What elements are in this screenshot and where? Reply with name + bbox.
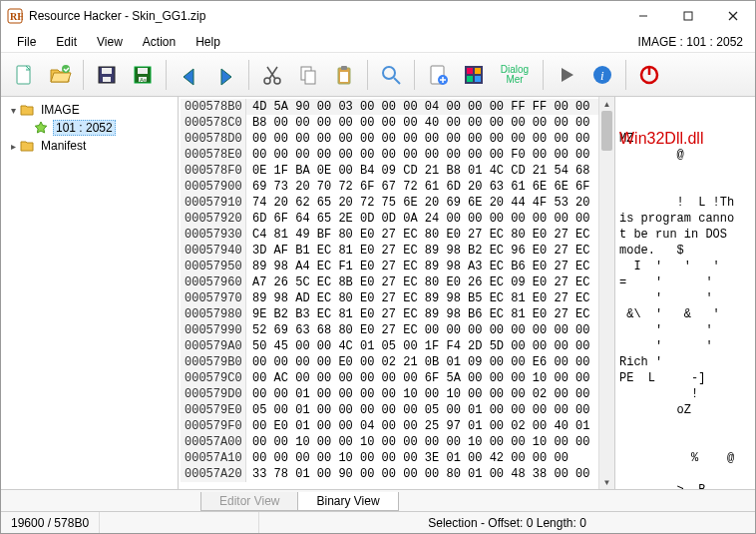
vertical-scrollbar[interactable]: ▲ ▼ <box>598 97 614 489</box>
hex-row[interactable]: 000579E005 00 01 00 00 00 00 00 05 00 01… <box>181 402 598 418</box>
hex-bytes: 3D AF B1 EC 81 E0 27 EC 89 98 B2 EC 96 E… <box>246 243 595 259</box>
hex-row[interactable]: 000579D000 00 01 00 00 00 00 10 00 10 00… <box>181 386 598 402</box>
status-position: 19600 / 578B0 <box>1 512 100 533</box>
minimize-button[interactable] <box>620 1 665 31</box>
hex-bytes: 00 00 00 00 10 00 00 00 3E 01 00 42 00 0… <box>246 450 574 466</box>
hex-offset: 000579C0 <box>181 370 246 386</box>
find-button[interactable] <box>374 58 408 92</box>
hex-row[interactable]: 000579F000 E0 01 00 00 04 00 00 25 97 01… <box>181 418 598 434</box>
close-button[interactable] <box>710 1 755 31</box>
hex-offset: 00057910 <box>181 195 246 211</box>
expand-icon[interactable]: ▾ <box>7 105 19 116</box>
copy-button[interactable] <box>291 58 325 92</box>
hex-bytes: 00 00 10 00 00 10 00 00 00 00 10 00 00 1… <box>246 434 595 450</box>
hex-offset: 00057900 <box>181 179 246 195</box>
undo-button[interactable] <box>173 58 206 92</box>
hex-row[interactable]: 000578C0B8 00 00 00 00 00 00 00 40 00 00… <box>181 115 598 131</box>
ascii-line: ! <box>619 386 751 402</box>
exit-button[interactable] <box>632 58 666 92</box>
hex-offset: 00057980 <box>181 306 246 322</box>
hex-row[interactable]: 0005797089 98 AD EC 80 E0 27 EC 89 98 B5… <box>181 290 598 306</box>
scroll-up-icon[interactable]: ▲ <box>599 97 614 111</box>
about-button[interactable]: i <box>585 58 619 92</box>
hex-row[interactable]: 0005790069 73 20 70 72 6F 67 72 61 6D 20… <box>181 179 598 195</box>
play-button[interactable] <box>550 58 583 92</box>
hex-row[interactable]: 00057A2033 78 01 00 90 00 00 00 00 80 01… <box>181 466 598 482</box>
tree-node-image[interactable]: ▾ IMAGE <box>3 101 176 119</box>
tree-label: Manifest <box>39 139 88 153</box>
svg-rect-10 <box>103 77 111 82</box>
tree-node-manifest[interactable]: ▸ Manifest <box>3 137 176 155</box>
hex-row[interactable]: 000579809E B2 B3 EC 81 E0 27 EC 89 98 B6… <box>181 306 598 322</box>
hex-row[interactable]: 000579C000 AC 00 00 00 00 00 00 6F 5A 00… <box>181 370 598 386</box>
overlay-dll-label: Win32Dll.dll <box>619 131 703 147</box>
add-resource-button[interactable] <box>421 58 455 92</box>
tree-node-101-2052[interactable]: 101 : 2052 <box>3 119 176 137</box>
hex-offset: 000579F0 <box>181 418 246 434</box>
menu-help[interactable]: Help <box>186 33 230 51</box>
hex-row[interactable]: 00057930C4 81 49 BF 80 E0 27 EC 80 E0 27… <box>181 227 598 243</box>
svg-rect-3 <box>684 12 692 20</box>
scroll-down-icon[interactable]: ▼ <box>599 475 614 489</box>
dialog-merge-label: Dialog Mer <box>494 65 536 85</box>
tree-label: 101 : 2052 <box>53 120 116 136</box>
svg-text:RH: RH <box>10 11 23 22</box>
hex-row[interactable]: 00057A0000 00 10 00 00 10 00 00 00 00 10… <box>181 434 598 450</box>
hex-bytes: 89 98 AD EC 80 E0 27 EC 89 98 B5 EC 81 E… <box>246 290 595 306</box>
paste-button[interactable] <box>327 58 361 92</box>
hex-row[interactable]: 00057A1000 00 00 00 10 00 00 00 3E 01 00… <box>181 450 598 466</box>
redo-button[interactable] <box>208 58 242 92</box>
hex-row[interactable]: 0005795089 98 A4 EC F1 E0 27 EC 89 98 A3… <box>181 259 598 274</box>
svg-line-25 <box>394 78 400 84</box>
tab-editor-view[interactable]: Editor View <box>200 492 298 511</box>
hex-row[interactable]: 000579A050 45 00 00 4C 01 05 00 1F F4 2D… <box>181 338 598 354</box>
hex-bytes: 4D 5A 90 00 03 00 00 00 04 00 00 00 FF F… <box>246 99 595 115</box>
tree-label: IMAGE <box>39 103 82 117</box>
star-icon <box>33 120 49 136</box>
open-button[interactable] <box>43 58 77 92</box>
hex-row[interactable]: 0005799052 69 63 68 80 E0 27 EC 00 00 00… <box>181 322 598 338</box>
menu-file[interactable]: File <box>7 33 46 51</box>
hex-bytes: 05 00 01 00 00 00 00 00 05 00 01 00 00 0… <box>246 402 595 418</box>
new-button[interactable] <box>7 58 41 92</box>
svg-rect-22 <box>341 66 347 70</box>
import-resources-button[interactable] <box>457 58 491 92</box>
tab-binary-view[interactable]: Binary View <box>297 492 398 511</box>
svg-point-24 <box>383 67 395 79</box>
hex-offset: 00057970 <box>181 290 246 306</box>
ascii-line: ' ' <box>619 338 751 354</box>
hex-row[interactable]: 000579403D AF B1 EC 81 E0 27 EC 89 98 B2… <box>181 243 598 259</box>
save-button[interactable] <box>90 58 124 92</box>
hex-view[interactable]: 000578B04D 5A 90 00 03 00 00 00 04 00 00… <box>179 97 598 489</box>
save-as-button[interactable]: As <box>126 58 160 92</box>
maximize-button[interactable] <box>665 1 710 31</box>
dialog-merge-button[interactable]: Dialog Mer <box>493 58 537 92</box>
scrollbar-thumb[interactable] <box>601 111 612 151</box>
hex-offset: 00057940 <box>181 243 246 259</box>
hex-row[interactable]: 0005791074 20 62 65 20 72 75 6E 20 69 6E… <box>181 195 598 211</box>
hex-row[interactable]: 000578B04D 5A 90 00 03 00 00 00 04 00 00… <box>181 99 598 115</box>
hex-offset: 000579A0 <box>181 338 246 354</box>
status-empty <box>100 512 259 533</box>
menu-edit[interactable]: Edit <box>46 33 87 51</box>
hex-row[interactable]: 000578E000 00 00 00 00 00 00 00 00 00 00… <box>181 147 598 163</box>
resource-tree[interactable]: ▾ IMAGE 101 : 2052 ▸ Manifest <box>1 97 179 489</box>
expand-icon[interactable]: ▸ <box>7 141 19 152</box>
hex-row[interactable]: 00057960A7 26 5C EC 8B E0 27 EC 80 E0 26… <box>181 274 598 290</box>
ascii-line <box>619 163 751 179</box>
ascii-line: ' ' <box>619 322 751 338</box>
hex-row[interactable]: 000578D000 00 00 00 00 00 00 00 00 00 00… <box>181 131 598 147</box>
hex-row[interactable]: 000579B000 00 00 00 E0 00 02 21 0B 01 09… <box>181 354 598 370</box>
menubar: File Edit View Action Help IMAGE : 101 :… <box>1 31 755 53</box>
status-selection: Selection - Offset: 0 Length: 0 <box>259 512 755 533</box>
cut-button[interactable] <box>255 58 289 92</box>
hex-bytes: 00 00 00 00 00 00 00 00 00 00 00 00 F0 0… <box>246 147 595 163</box>
svg-rect-34 <box>475 76 481 82</box>
ascii-line: I ' ' ' <box>619 259 751 274</box>
ascii-line: t be run in DOS <box>619 227 751 243</box>
menu-view[interactable]: View <box>87 33 133 51</box>
hex-row[interactable]: 000579206D 6F 64 65 2E 0D 0D 0A 24 00 00… <box>181 211 598 227</box>
hex-bytes: 33 78 01 00 90 00 00 00 00 80 01 00 48 3… <box>246 466 595 482</box>
hex-row[interactable]: 000578F00E 1F BA 0E 00 B4 09 CD 21 B8 01… <box>181 163 598 179</box>
menu-action[interactable]: Action <box>133 33 186 51</box>
